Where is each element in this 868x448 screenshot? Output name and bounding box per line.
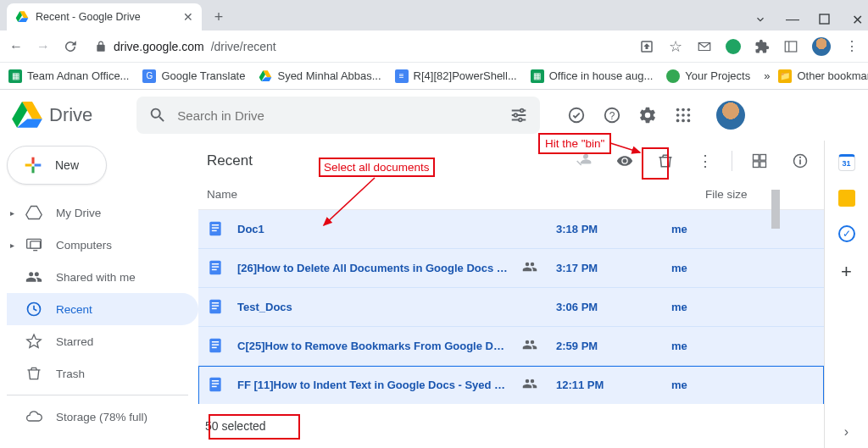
new-button[interactable]: New bbox=[7, 146, 107, 185]
starred-icon bbox=[25, 333, 42, 350]
drive-logo[interactable]: Drive bbox=[12, 102, 92, 129]
tasks-app-icon[interactable]: ✓ bbox=[838, 225, 855, 242]
unshare-icon[interactable] bbox=[576, 152, 593, 169]
chrome-menu-icon[interactable]: ⋮ bbox=[844, 39, 860, 54]
table-row[interactable]: C[25]How to Remove Bookmarks From Google… bbox=[198, 327, 824, 366]
minimize-icon[interactable]: — bbox=[787, 14, 798, 25]
file-name: C[25]How to Remove Bookmarks From Google… bbox=[237, 340, 509, 352]
bookmark-item[interactable]: GGoogle Translate bbox=[142, 69, 245, 83]
other-bookmarks[interactable]: 📁Other bookmarks bbox=[778, 69, 868, 83]
sidebar-item-my-drive[interactable]: ▸ My Drive bbox=[7, 196, 198, 229]
sidebar-item-storage[interactable]: Storage (78% full) bbox=[7, 401, 198, 433]
settings-gear-icon[interactable] bbox=[638, 106, 657, 124]
sidebar-item-trash[interactable]: Trash bbox=[7, 357, 198, 390]
separator bbox=[732, 151, 732, 171]
url-host: drive.google.com bbox=[114, 40, 204, 53]
svg-point-3 bbox=[520, 109, 524, 113]
bookmark-item[interactable]: ≡R[4][82]PowerShell... bbox=[395, 69, 517, 83]
close-window-icon[interactable]: ✕ bbox=[851, 14, 863, 25]
file-owner: me bbox=[671, 262, 782, 274]
close-tab-icon[interactable]: ✕ bbox=[183, 10, 193, 24]
file-name: [26]How to Delete All Documents in Googl… bbox=[237, 262, 509, 274]
green-circle-icon[interactable] bbox=[726, 39, 741, 54]
sidebar-item-recent[interactable]: Recent bbox=[7, 293, 198, 325]
file-owner: me bbox=[671, 379, 782, 391]
svg-text:?: ? bbox=[609, 110, 615, 122]
svg-rect-28 bbox=[754, 162, 760, 168]
keep-app-icon[interactable] bbox=[838, 190, 855, 207]
storage-cloud-icon bbox=[25, 408, 42, 425]
browser-tab[interactable]: Recent - Google Drive ✕ bbox=[7, 3, 202, 30]
docs-file-icon bbox=[207, 220, 224, 237]
search-options-icon[interactable] bbox=[509, 106, 528, 124]
search-bar[interactable] bbox=[136, 97, 540, 134]
svg-point-12 bbox=[676, 113, 680, 117]
reload-icon[interactable] bbox=[63, 39, 78, 54]
docs-file-icon bbox=[207, 337, 224, 354]
svg-rect-44 bbox=[212, 308, 217, 310]
reading-list-icon[interactable] bbox=[783, 39, 798, 54]
table-row[interactable]: FF [11]How to Indent Text in Google Docs… bbox=[198, 366, 824, 404]
svg-rect-46 bbox=[212, 341, 219, 343]
profile-avatar-icon[interactable] bbox=[812, 37, 831, 56]
mail-icon[interactable] bbox=[697, 39, 712, 54]
back-button[interactable]: ← bbox=[8, 39, 24, 54]
install-icon[interactable] bbox=[639, 39, 654, 54]
column-name[interactable]: Name bbox=[207, 188, 705, 201]
file-name: Test_Docs bbox=[237, 301, 509, 313]
support-icon[interactable]: ? bbox=[603, 106, 621, 124]
svg-point-6 bbox=[570, 108, 584, 123]
docs-file-icon bbox=[207, 376, 224, 393]
delete-bin-icon[interactable] bbox=[657, 152, 674, 169]
svg-point-11 bbox=[687, 108, 691, 112]
sidebar-item-computers[interactable]: ▸ Computers bbox=[7, 229, 198, 261]
more-actions-icon[interactable]: ⋮ bbox=[698, 152, 713, 170]
collapse-panel-icon[interactable]: › bbox=[844, 424, 849, 440]
expand-icon[interactable]: ▸ bbox=[10, 241, 14, 250]
drive-app-name: Drive bbox=[49, 104, 92, 126]
table-row[interactable]: Test_Docs3:06 PMme bbox=[198, 288, 824, 327]
shared-icon bbox=[522, 259, 542, 277]
ready-offline-icon[interactable] bbox=[567, 106, 586, 124]
shared-icon bbox=[522, 337, 542, 355]
table-row[interactable]: [26]How to Delete All Documents in Googl… bbox=[198, 249, 824, 288]
bookmark-star-icon[interactable]: ☆ bbox=[668, 39, 683, 54]
sidebar-item-shared[interactable]: Shared with me bbox=[7, 261, 198, 293]
grid-view-icon[interactable] bbox=[751, 152, 768, 169]
svg-point-9 bbox=[676, 108, 680, 112]
extension-puzzle-icon[interactable] bbox=[754, 39, 770, 54]
table-row[interactable]: Doc13:18 PMme bbox=[198, 210, 824, 249]
drive-sidebar: New ▸ My Drive ▸ Computers Shared with m… bbox=[0, 141, 198, 448]
scrollbar-thumb[interactable] bbox=[771, 190, 780, 229]
svg-point-32 bbox=[799, 157, 801, 158]
bookmark-item[interactable]: ▦Office in house aug... bbox=[531, 69, 654, 83]
svg-rect-47 bbox=[212, 345, 219, 346]
preview-eye-icon[interactable] bbox=[616, 152, 633, 169]
computers-icon bbox=[25, 236, 42, 253]
url-field[interactable]: drive.google.com/drive/recent bbox=[86, 40, 631, 53]
view-details-icon[interactable] bbox=[792, 152, 809, 169]
bookmark-item[interactable]: ▦Team Adnan Office... bbox=[8, 69, 129, 83]
search-input[interactable] bbox=[177, 108, 499, 123]
account-avatar[interactable] bbox=[716, 101, 745, 130]
add-addon-button[interactable]: + bbox=[841, 261, 852, 283]
chevron-down-icon[interactable] bbox=[754, 14, 766, 25]
new-tab-button[interactable]: + bbox=[207, 5, 231, 29]
tab-title: Recent - Google Drive bbox=[36, 11, 141, 23]
apps-grid-icon[interactable] bbox=[674, 106, 693, 124]
expand-icon[interactable]: ▸ bbox=[10, 208, 14, 218]
sidebar-item-starred[interactable]: Starred bbox=[7, 325, 198, 357]
maximize-icon[interactable] bbox=[819, 14, 831, 25]
bookmark-item[interactable]: Your Projects bbox=[666, 69, 750, 83]
drive-icon bbox=[259, 69, 272, 83]
bookmark-item[interactable]: Syed Minhal Abbas... bbox=[259, 69, 381, 83]
svg-point-15 bbox=[676, 119, 680, 123]
bookmark-overflow[interactable]: » bbox=[764, 69, 770, 82]
new-button-label: New bbox=[55, 158, 79, 172]
svg-point-10 bbox=[682, 108, 686, 112]
column-file-size[interactable]: File size bbox=[705, 188, 815, 201]
calendar-app-icon[interactable]: 31 bbox=[838, 154, 855, 171]
file-name: Doc1 bbox=[237, 223, 509, 235]
window-controls: — ✕ bbox=[754, 14, 868, 30]
svg-rect-52 bbox=[212, 386, 217, 388]
